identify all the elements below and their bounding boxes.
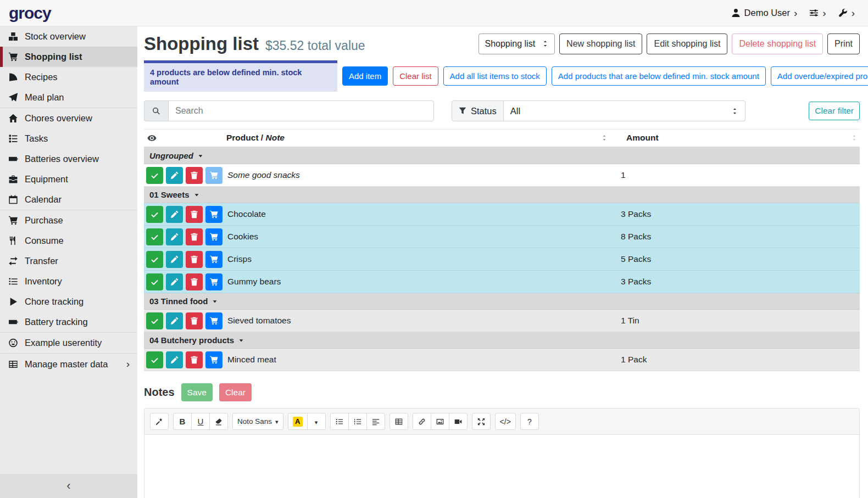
sidebar-item-chore-tracking[interactable]: Chore tracking <box>0 292 137 312</box>
mark-done-button[interactable] <box>146 228 163 245</box>
sidebar-item-transfer[interactable]: Transfer <box>0 251 137 271</box>
add-to-stock-button[interactable] <box>205 351 222 368</box>
grocy-logo[interactable]: grocy <box>9 5 51 21</box>
top-header: grocy Demo User <box>0 0 868 26</box>
pencil-icon <box>170 210 179 219</box>
add-to-stock-button[interactable] <box>205 273 222 290</box>
mark-done-button[interactable] <box>146 273 163 290</box>
product-column-header[interactable]: Product / Note <box>226 133 615 143</box>
search-input[interactable] <box>168 100 434 121</box>
insert-table-button[interactable] <box>390 413 408 430</box>
sidebar-collapse-button[interactable] <box>0 474 137 498</box>
add-all-to-stock-button[interactable]: Add all list items to stock <box>443 66 547 86</box>
sidebar-item-battery-tracking[interactable]: Battery tracking <box>0 312 137 332</box>
save-notes-button[interactable]: Save <box>181 383 213 401</box>
add-below-min-button[interactable]: Add products that are below defined min.… <box>552 66 766 86</box>
sidebar-item-stock-overview[interactable]: Stock overview <box>0 26 137 47</box>
print-button[interactable]: Print <box>827 33 860 54</box>
shopping-list-table: Product / Note Amount Ungrouped Some goo… <box>144 129 860 371</box>
edit-item-button[interactable] <box>166 228 183 245</box>
mark-done-button[interactable] <box>146 251 163 268</box>
delete-item-button[interactable] <box>186 273 203 290</box>
delete-item-button[interactable] <box>186 228 203 245</box>
sidebar-item-recipes[interactable]: Recipes <box>0 67 137 87</box>
visibility-column-header[interactable] <box>144 133 226 143</box>
mark-done-button[interactable] <box>146 351 163 368</box>
user-menu[interactable]: Demo User <box>731 8 798 19</box>
insert-picture-button[interactable] <box>431 413 449 430</box>
group-header-ungrouped[interactable]: Ungrouped <box>144 148 860 164</box>
sidebar-item-example-userentity[interactable]: Example userentity <box>0 332 137 353</box>
group-header-butchery-products[interactable]: 04 Butchery products <box>144 332 860 349</box>
clear-filter-button[interactable]: Clear filter <box>809 102 860 120</box>
amount-column-header[interactable]: Amount <box>615 133 860 143</box>
add-overdue-button[interactable]: Add overdue/expired products <box>771 66 868 86</box>
edit-item-button[interactable] <box>166 273 183 290</box>
code-view-button[interactable]: </> <box>495 413 516 430</box>
group-header-sweets[interactable]: 01 Sweets <box>144 187 860 203</box>
delete-shopping-list-button[interactable]: Delete shopping list <box>732 33 823 54</box>
group-header-tinned-food[interactable]: 03 Tinned food <box>144 293 860 310</box>
delete-item-button[interactable] <box>186 167 203 184</box>
sidebar-item-manage-master-data[interactable]: Manage master data <box>0 353 137 374</box>
clear-notes-button[interactable]: Clear <box>219 383 252 401</box>
amount: 3 Packs <box>615 277 860 287</box>
notes-textarea[interactable] <box>144 435 859 498</box>
edit-item-button[interactable] <box>166 251 183 268</box>
ordered-list-button[interactable] <box>348 413 367 430</box>
edit-item-button[interactable] <box>166 312 183 329</box>
insert-link-button[interactable] <box>413 413 431 430</box>
admin-tools-menu[interactable] <box>838 8 855 19</box>
sort-icon[interactable] <box>851 135 858 141</box>
sidebar-item-consume[interactable]: Consume <box>0 231 137 251</box>
mark-done-button[interactable] <box>146 206 163 223</box>
shopping-list-select[interactable]: Shopping list <box>478 33 555 54</box>
edit-item-button[interactable] <box>166 167 183 184</box>
sidebar-item-tasks[interactable]: Tasks <box>0 128 137 149</box>
insert-video-button[interactable] <box>449 413 468 430</box>
font-family-dropdown[interactable]: Noto Sans <box>232 413 283 430</box>
sidebar-item-purchase[interactable]: Purchase <box>0 210 137 231</box>
clear-formatting-button[interactable] <box>209 413 228 430</box>
sidebar-item-label: Battery tracking <box>25 317 88 327</box>
add-to-stock-button[interactable] <box>205 206 222 223</box>
sidebar-item-chores-overview[interactable]: Chores overview <box>0 108 137 128</box>
sidebar-item-calendar[interactable]: Calendar <box>0 189 137 210</box>
add-to-stock-button[interactable] <box>205 312 222 329</box>
sidebar-item-batteries-overview[interactable]: Batteries overview <box>0 149 137 169</box>
help-button[interactable]: ? <box>520 413 539 430</box>
sidebar-item-meal-plan[interactable]: Meal plan <box>0 87 137 108</box>
status-select[interactable]: All <box>504 100 745 121</box>
status-label: Status <box>471 106 497 116</box>
mark-done-button[interactable] <box>146 312 163 329</box>
add-item-button[interactable]: Add item <box>342 66 388 86</box>
edit-shopping-list-button[interactable]: Edit shopping list <box>647 33 727 54</box>
fullscreen-button[interactable] <box>472 413 491 430</box>
unordered-list-button[interactable] <box>330 413 349 430</box>
delete-item-button[interactable] <box>186 312 203 329</box>
mark-done-button[interactable] <box>146 167 163 184</box>
edit-item-button[interactable] <box>166 351 183 368</box>
delete-item-button[interactable] <box>186 351 203 368</box>
bold-button[interactable]: B <box>173 413 192 430</box>
sidebar-item-inventory[interactable]: Inventory <box>0 271 137 292</box>
check-icon <box>151 317 159 325</box>
add-to-stock-button[interactable] <box>205 228 222 245</box>
delete-item-button[interactable] <box>186 206 203 223</box>
sidebar-item-equipment[interactable]: Equipment <box>0 169 137 189</box>
paragraph-button[interactable] <box>366 413 385 430</box>
add-to-stock-button[interactable] <box>205 167 222 184</box>
text-color-dropdown[interactable] <box>307 413 326 430</box>
clear-list-button[interactable]: Clear list <box>393 66 438 86</box>
underline-button[interactable]: U <box>191 413 210 430</box>
edit-item-button[interactable] <box>166 206 183 223</box>
text-color-button[interactable]: A <box>288 413 308 430</box>
sort-icon[interactable] <box>601 135 608 141</box>
status-filter-button[interactable]: Status <box>452 100 504 121</box>
settings-menu[interactable] <box>809 8 826 19</box>
new-shopping-list-button[interactable]: New shopping list <box>559 33 642 54</box>
magic-style-button[interactable] <box>150 413 169 430</box>
sidebar-item-shopping-list[interactable]: Shopping list <box>0 47 137 67</box>
add-to-stock-button[interactable] <box>205 251 222 268</box>
delete-item-button[interactable] <box>186 251 203 268</box>
